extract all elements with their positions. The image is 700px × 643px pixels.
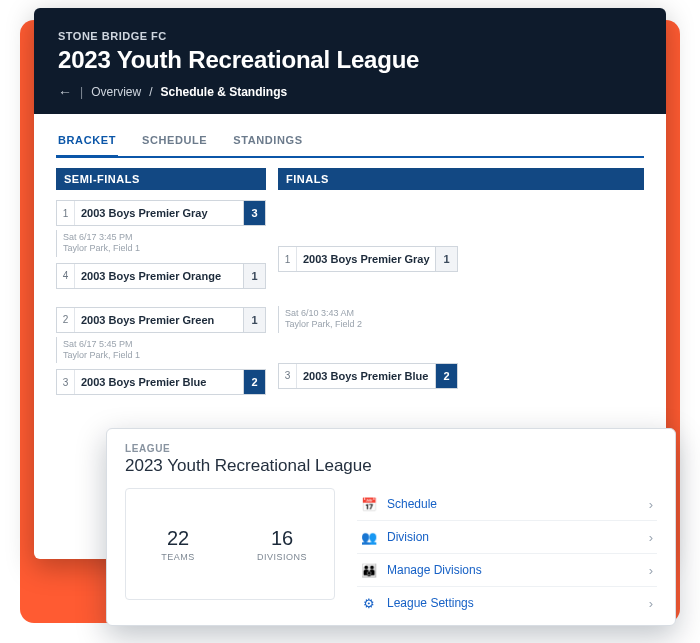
league-card: LEAGUE 2023 Youth Recreational League 22…: [106, 428, 676, 626]
tab-bracket[interactable]: BRACKET: [56, 126, 118, 158]
match-meta: Sat 6/17 3:45 PM Taylor Park, Field 1: [56, 230, 266, 257]
breadcrumb-overview[interactable]: Overview: [91, 85, 141, 99]
team-row[interactable]: 1 2003 Boys Premier Gray 3: [56, 200, 266, 226]
team-row[interactable]: 4 2003 Boys Premier Orange 1: [56, 263, 266, 289]
seed: 1: [57, 201, 75, 225]
breadcrumb-current: Schedule & Standings: [160, 85, 287, 99]
seed: 4: [57, 264, 75, 288]
round-headers: SEMI-FINALS FINALS: [56, 168, 644, 190]
tab-schedule[interactable]: SCHEDULE: [140, 126, 209, 156]
chevron-right-icon: ›: [649, 596, 653, 611]
gear-icon: ⚙: [361, 595, 377, 611]
semi-match-1: 1 2003 Boys Premier Gray 3 Sat 6/17 3:45…: [56, 200, 266, 293]
team-name: 2003 Boys Premier Gray: [75, 201, 243, 225]
league-title: 2023 Youth Recreational League: [125, 456, 657, 476]
seed: 1: [279, 247, 297, 271]
score: 3: [243, 201, 265, 225]
chevron-right-icon: ›: [649, 497, 653, 512]
manage-icon: 👪: [361, 562, 377, 578]
tabs: BRACKET SCHEDULE STANDINGS: [56, 126, 644, 158]
stat-teams: 22 TEAMS: [126, 489, 230, 599]
team-row[interactable]: 1 2003 Boys Premier Gray 1: [278, 246, 458, 272]
league-links: 📅 Schedule › 👥 Division › 👪 Manage Divis…: [357, 488, 657, 619]
link-schedule[interactable]: 📅 Schedule ›: [357, 488, 657, 520]
org-name: STONE BRIDGE FC: [58, 30, 642, 42]
team-name: 2003 Boys Premier Orange: [75, 264, 243, 288]
team-row[interactable]: 3 2003 Boys Premier Blue 2: [278, 363, 458, 389]
seed: 3: [279, 364, 297, 388]
chevron-right-icon: ›: [649, 530, 653, 545]
back-icon[interactable]: ←: [58, 84, 72, 100]
division-icon: 👥: [361, 529, 377, 545]
score: 1: [243, 264, 265, 288]
league-label: LEAGUE: [125, 443, 657, 454]
calendar-icon: 📅: [361, 496, 377, 512]
match-meta: Sat 6/17 5:45 PM Taylor Park, Field 1: [56, 337, 266, 364]
team-name: 2003 Boys Premier Green: [75, 308, 243, 332]
team-row[interactable]: 3 2003 Boys Premier Blue 2: [56, 369, 266, 395]
score: 2: [435, 364, 457, 388]
link-division[interactable]: 👥 Division ›: [357, 520, 657, 553]
round-finals-header: FINALS: [278, 168, 644, 190]
team-name: 2003 Boys Premier Gray: [297, 247, 435, 271]
link-league-settings[interactable]: ⚙ League Settings ›: [357, 586, 657, 619]
score: 1: [435, 247, 457, 271]
stat-divisions: 16 DIVISIONS: [230, 489, 334, 599]
round-semi-header: SEMI-FINALS: [56, 168, 266, 190]
seed: 3: [57, 370, 75, 394]
seed: 2: [57, 308, 75, 332]
score: 1: [243, 308, 265, 332]
link-manage-divisions[interactable]: 👪 Manage Divisions ›: [357, 553, 657, 586]
header: STONE BRIDGE FC 2023 Youth Recreational …: [34, 8, 666, 114]
page-title: 2023 Youth Recreational League: [58, 46, 642, 74]
breadcrumb: ← | Overview / Schedule & Standings: [58, 84, 642, 100]
match-meta: Sat 6/10 3:43 AM Taylor Park, Field 2: [278, 306, 458, 333]
tab-standings[interactable]: STANDINGS: [231, 126, 304, 156]
team-name: 2003 Boys Premier Blue: [75, 370, 243, 394]
stats-box: 22 TEAMS 16 DIVISIONS: [125, 488, 335, 600]
semi-match-2: 2 2003 Boys Premier Green 1 Sat 6/17 5:4…: [56, 307, 266, 400]
team-row[interactable]: 2 2003 Boys Premier Green 1: [56, 307, 266, 333]
score: 2: [243, 370, 265, 394]
chevron-right-icon: ›: [649, 563, 653, 578]
team-name: 2003 Boys Premier Blue: [297, 364, 435, 388]
